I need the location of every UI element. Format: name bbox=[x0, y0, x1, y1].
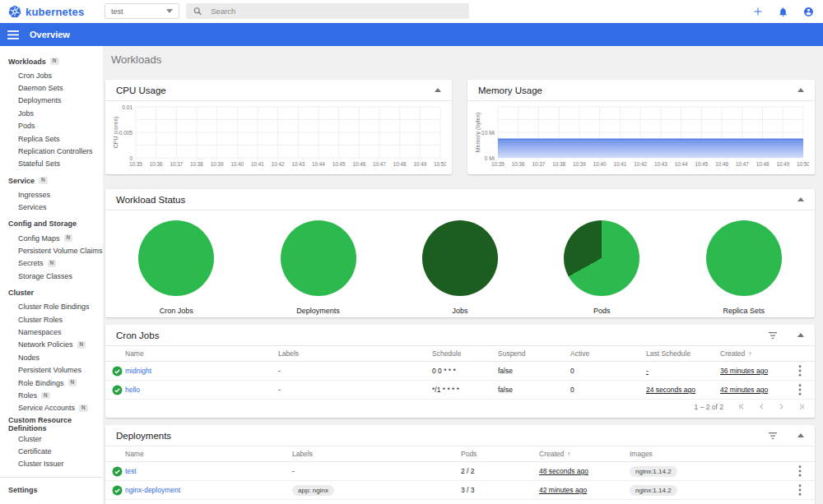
row-actions-button[interactable] bbox=[788, 365, 811, 377]
row-actions-button[interactable] bbox=[788, 484, 811, 496]
filter-button[interactable] bbox=[768, 331, 778, 340]
sidebar-item-pods[interactable]: Pods bbox=[0, 120, 103, 132]
table-row: midnight-0 0 * * *false0-36 minutes ago bbox=[105, 362, 815, 381]
sidebar-item-config-maps[interactable]: Config MapsN bbox=[0, 232, 103, 244]
namespaced-badge: N bbox=[48, 260, 57, 267]
sidebar-group-workloads[interactable]: WorkloadsN bbox=[0, 53, 103, 69]
card-title: CPU Usage bbox=[116, 86, 435, 95]
images-cell: nginx:1.14.2 bbox=[630, 485, 788, 496]
notifications-button[interactable] bbox=[778, 7, 788, 17]
name-cell[interactable]: midnight bbox=[125, 367, 278, 375]
sidebar-item-replica-sets[interactable]: Replica Sets bbox=[0, 132, 103, 145]
first-page-button[interactable] bbox=[738, 403, 746, 410]
memory-usage-card: Memory Usage 0 Mi10 Mi10:3510:3610:3710:… bbox=[467, 80, 815, 174]
collapse-card-button[interactable] bbox=[797, 197, 804, 201]
collapse-card-button[interactable] bbox=[435, 88, 441, 92]
collapse-card-button[interactable] bbox=[797, 333, 804, 337]
column-header-name[interactable]: Name bbox=[125, 450, 292, 458]
create-resource-button[interactable] bbox=[753, 7, 763, 16]
sidebar-item-settings[interactable]: Settings bbox=[0, 482, 103, 497]
sidebar-item-daemon-sets[interactable]: Daemon Sets bbox=[0, 81, 103, 94]
name-cell[interactable]: test bbox=[125, 467, 292, 475]
sidebar-group-cluster[interactable]: Cluster bbox=[0, 284, 103, 300]
namespaced-badge: N bbox=[39, 177, 48, 184]
sidebar-item-cluster-issuer[interactable]: Cluster Issuer bbox=[0, 458, 103, 470]
sidebar-item-about[interactable]: About bbox=[0, 500, 103, 504]
next-page-button[interactable] bbox=[778, 403, 785, 410]
last-page-button[interactable] bbox=[797, 403, 805, 410]
sidebar-item-stateful-sets[interactable]: Stateful Sets bbox=[0, 158, 103, 170]
name-cell[interactable]: hello bbox=[125, 386, 278, 394]
sidebar-item-label: Replica Sets bbox=[18, 135, 60, 143]
search-bar[interactable] bbox=[186, 3, 469, 19]
sidebar-item-cluster-role-bindings[interactable]: Cluster Role Bindings bbox=[0, 300, 103, 312]
menu-button[interactable] bbox=[7, 30, 19, 39]
account-button[interactable] bbox=[803, 7, 814, 17]
column-header-last-schedule[interactable]: Last Schedule bbox=[646, 349, 720, 358]
sidebar-item-storage-classes[interactable]: Storage Classes bbox=[0, 270, 103, 282]
sidebar-item-service-accounts[interactable]: Service AccountsN bbox=[0, 402, 103, 414]
sidebar-item-network-policies[interactable]: Network PoliciesN bbox=[0, 339, 103, 351]
kebab-menu-icon bbox=[798, 484, 802, 496]
sidebar-item-namespaces[interactable]: Namespaces bbox=[0, 326, 103, 338]
sidebar-item-label: Network Policies bbox=[18, 340, 73, 349]
row-actions-button[interactable] bbox=[788, 384, 811, 395]
svg-text:10:42: 10:42 bbox=[634, 161, 647, 167]
sidebar-item-role-bindings[interactable]: Role BindingsN bbox=[0, 377, 103, 389]
chevron-up-icon bbox=[797, 88, 804, 92]
column-header-labels[interactable]: Labels bbox=[292, 450, 461, 458]
schedule-cell: */1 * * * * bbox=[432, 386, 498, 394]
user-icon bbox=[803, 7, 814, 17]
sidebar-item-persistent-volumes[interactable]: Persistent Volumes bbox=[0, 363, 103, 376]
row-actions-button[interactable] bbox=[788, 465, 811, 477]
created-cell: 42 minutes ago bbox=[539, 486, 630, 494]
sidebar-item-services[interactable]: Services bbox=[0, 201, 103, 214]
sidebar-item-cluster[interactable]: Cluster bbox=[0, 432, 103, 445]
kubernetes-logo[interactable]: kubernetes bbox=[8, 0, 84, 23]
sidebar-item-ingresses[interactable]: Ingresses bbox=[0, 188, 103, 201]
previous-page-button[interactable] bbox=[758, 403, 765, 410]
sidebar-item-label: Persistent Volumes bbox=[18, 366, 81, 374]
column-header-created[interactable]: Created↑ bbox=[720, 349, 788, 358]
card-title: Workload Status bbox=[116, 195, 797, 205]
status-ok-icon bbox=[112, 366, 123, 377]
column-header-suspend[interactable]: Suspend bbox=[498, 349, 570, 358]
column-header-active[interactable]: Active bbox=[570, 349, 646, 358]
sidebar-item-cluster-roles[interactable]: Cluster Roles bbox=[0, 313, 103, 326]
column-header-name[interactable]: Name bbox=[125, 349, 278, 358]
sidebar-item-replication-controllers[interactable]: Replication Controllers bbox=[0, 145, 103, 157]
sidebar-item-label: Cluster bbox=[18, 435, 42, 443]
filter-button[interactable] bbox=[768, 432, 778, 440]
column-header-pods[interactable]: Pods bbox=[461, 450, 539, 458]
collapse-card-button[interactable] bbox=[797, 88, 804, 92]
column-header-created[interactable]: Created↑ bbox=[539, 450, 630, 458]
sidebar-item-cron-jobs[interactable]: Cron Jobs bbox=[0, 69, 103, 81]
sidebar-item-label: Pods bbox=[18, 122, 35, 130]
sidebar-group-service[interactable]: ServiceN bbox=[0, 173, 103, 188]
sidebar-item-roles[interactable]: RolesN bbox=[0, 389, 103, 401]
namespace-selector[interactable]: test bbox=[105, 3, 179, 19]
sidebar-item-jobs[interactable]: Jobs bbox=[0, 107, 103, 119]
svg-text:10:50: 10:50 bbox=[434, 161, 446, 167]
sidebar-item-deployments[interactable]: Deployments bbox=[0, 95, 103, 107]
column-header-images[interactable]: Images bbox=[630, 450, 788, 458]
sidebar-item-persistent-volume-claims[interactable]: Persistent Volume ClaimsN bbox=[0, 244, 103, 257]
column-header-labels[interactable]: Labels bbox=[278, 349, 432, 358]
collapse-card-button[interactable] bbox=[797, 433, 804, 437]
sidebar-group-config-and-storage[interactable]: Config and Storage bbox=[0, 216, 103, 232]
name-cell[interactable]: nginx-deployment bbox=[125, 486, 292, 494]
sidebar-item-label: Storage Classes bbox=[18, 272, 72, 280]
svg-text:10:37: 10:37 bbox=[532, 161, 546, 167]
cpu-card-header: CPU Usage bbox=[105, 80, 452, 101]
sidebar-item-secrets[interactable]: SecretsN bbox=[0, 257, 103, 270]
cron-jobs-pagination: 1 – 2 of 2 bbox=[105, 400, 815, 414]
sidebar-item-certificate[interactable]: Certificate bbox=[0, 445, 103, 457]
svg-text:Memory (bytes): Memory (bytes) bbox=[475, 113, 481, 153]
images-chip: nginx:1.14.2 bbox=[630, 466, 677, 477]
cron-jobs-header: Cron Jobs bbox=[105, 325, 815, 346]
sidebar-group-custom-resource-definitions[interactable]: Custom Resource Definitions bbox=[0, 417, 103, 432]
bell-icon bbox=[778, 7, 788, 17]
search-input[interactable] bbox=[211, 7, 462, 16]
column-header-schedule[interactable]: Schedule bbox=[432, 349, 498, 358]
sidebar-item-nodes[interactable]: Nodes bbox=[0, 351, 103, 363]
